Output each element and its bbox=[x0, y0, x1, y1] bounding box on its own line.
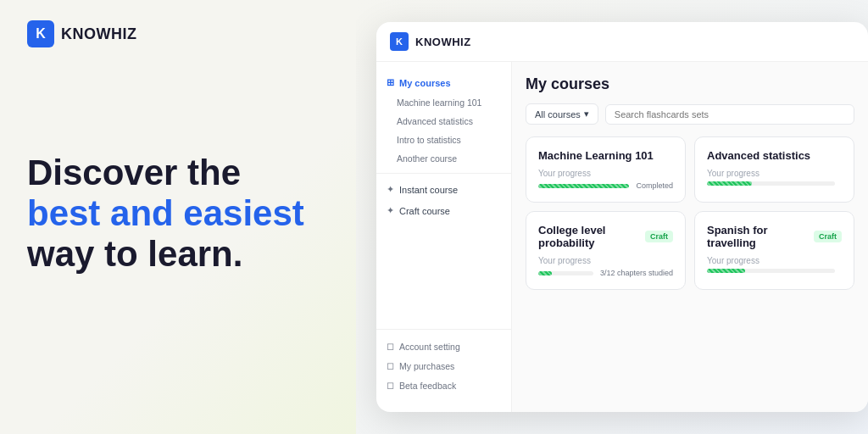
course-card-spanish[interactable]: Spanish for travelling Craft Your progre… bbox=[694, 211, 854, 290]
progress-row-spanish bbox=[707, 269, 842, 273]
hero-content: Discover the best and easiest way to lea… bbox=[27, 47, 329, 414]
progress-status-ml101: Completed bbox=[636, 181, 673, 190]
sidebar-bottom: ◻ Account setting ◻ My purchases ◻ Beta … bbox=[376, 329, 511, 402]
progress-fill-college-prob bbox=[538, 271, 552, 275]
course-title-adv-stats: Advanced statistics bbox=[707, 149, 842, 162]
all-courses-dropdown[interactable]: All courses ▾ bbox=[526, 103, 598, 125]
sidebar-item-my-courses[interactable]: ⊞ My courses bbox=[376, 72, 511, 93]
app-logo-icon: K bbox=[390, 32, 409, 51]
course-card-college-prob[interactable]: College level probability Craft Your pro… bbox=[526, 211, 686, 290]
hero-section: K KNOWHIZ Discover the best and easiest … bbox=[0, 0, 356, 434]
sidebar-sub-adv-stats[interactable]: Advanced statistics bbox=[376, 112, 511, 131]
progress-status-college-prob: 3/12 chapters studied bbox=[600, 269, 673, 277]
sidebar-account-setting[interactable]: ◻ Account setting bbox=[376, 337, 511, 356]
app-logo-text: KNOWHIZ bbox=[415, 36, 471, 48]
hero-title-highlight: best and easiest bbox=[27, 193, 304, 233]
hero-logo: K KNOWHIZ bbox=[27, 20, 329, 47]
account-icon: ◻ bbox=[387, 341, 394, 352]
sidebar-item-instant-course[interactable]: ✦ Instant course bbox=[376, 179, 511, 200]
instant-icon: ✦ bbox=[387, 184, 394, 195]
progress-fill-spanish bbox=[707, 269, 745, 273]
app-window: K KNOWHIZ ⊞ My courses Machine learning … bbox=[376, 22, 868, 412]
sidebar-sub-intro-stats[interactable]: Intro to statistics bbox=[376, 131, 511, 149]
sidebar-my-purchases[interactable]: ◻ My purchases bbox=[376, 356, 511, 376]
feedback-icon: ◻ bbox=[387, 380, 394, 391]
purchases-icon: ◻ bbox=[387, 360, 394, 371]
courses-icon: ⊞ bbox=[387, 77, 394, 88]
hero-logo-icon: K bbox=[27, 20, 54, 47]
progress-bar-spanish bbox=[707, 269, 835, 273]
sidebar-sub-ml101[interactable]: Machine learning 101 bbox=[376, 93, 511, 112]
hero-logo-text: KNOWHIZ bbox=[61, 25, 136, 43]
search-input[interactable] bbox=[605, 104, 854, 125]
sidebar-sub-another[interactable]: Another course bbox=[376, 149, 511, 168]
progress-bar-adv-stats bbox=[707, 181, 835, 186]
hero-title: Discover the best and easiest way to lea… bbox=[27, 153, 329, 275]
progress-label-spanish: Your progress bbox=[707, 256, 842, 265]
progress-row-ml101: Completed bbox=[538, 181, 673, 190]
craft-badge-spanish: Craft bbox=[814, 231, 842, 242]
progress-row-college-prob: 3/12 chapters studied bbox=[538, 269, 673, 277]
sidebar: ⊞ My courses Machine learning 101 Advanc… bbox=[376, 62, 512, 412]
course-title-ml101: Machine Learning 101 bbox=[538, 149, 673, 162]
sidebar-beta-feedback[interactable]: ◻ Beta feedback bbox=[376, 376, 511, 395]
course-title-spanish: Spanish for travelling Craft bbox=[707, 224, 842, 249]
dropdown-chevron-icon: ▾ bbox=[584, 108, 589, 120]
sidebar-item-craft-course[interactable]: ✦ Craft course bbox=[376, 200, 511, 221]
app-topbar: K KNOWHIZ bbox=[376, 22, 868, 62]
progress-bar-ml101 bbox=[538, 184, 629, 188]
progress-fill-adv-stats bbox=[707, 181, 752, 186]
craft-icon: ✦ bbox=[387, 205, 394, 216]
progress-row-adv-stats bbox=[707, 181, 842, 186]
sidebar-divider bbox=[376, 173, 511, 174]
courses-grid: Machine Learning 101 Your progress Compl… bbox=[526, 136, 854, 290]
main-title: My courses bbox=[526, 75, 854, 93]
course-title-college-prob: College level probability Craft bbox=[538, 224, 673, 249]
progress-fill-ml101 bbox=[538, 184, 629, 188]
course-card-ml101[interactable]: Machine Learning 101 Your progress Compl… bbox=[526, 136, 686, 203]
course-card-adv-stats[interactable]: Advanced statistics Your progress bbox=[694, 136, 854, 203]
filter-row: All courses ▾ bbox=[526, 103, 854, 125]
main-content: My courses All courses ▾ Machine Learnin… bbox=[512, 62, 868, 412]
sidebar-nav-section: ⊞ My courses Machine learning 101 Advanc… bbox=[376, 72, 511, 329]
craft-badge-college-prob: Craft bbox=[645, 231, 673, 242]
progress-label-adv-stats: Your progress bbox=[707, 169, 842, 178]
app-body: ⊞ My courses Machine learning 101 Advanc… bbox=[376, 62, 868, 412]
progress-label-ml101: Your progress bbox=[538, 169, 673, 178]
progress-label-college-prob: Your progress bbox=[538, 256, 673, 265]
progress-bar-college-prob bbox=[538, 271, 593, 275]
app-container: K KNOWHIZ ⊞ My courses Machine learning … bbox=[356, 0, 868, 434]
